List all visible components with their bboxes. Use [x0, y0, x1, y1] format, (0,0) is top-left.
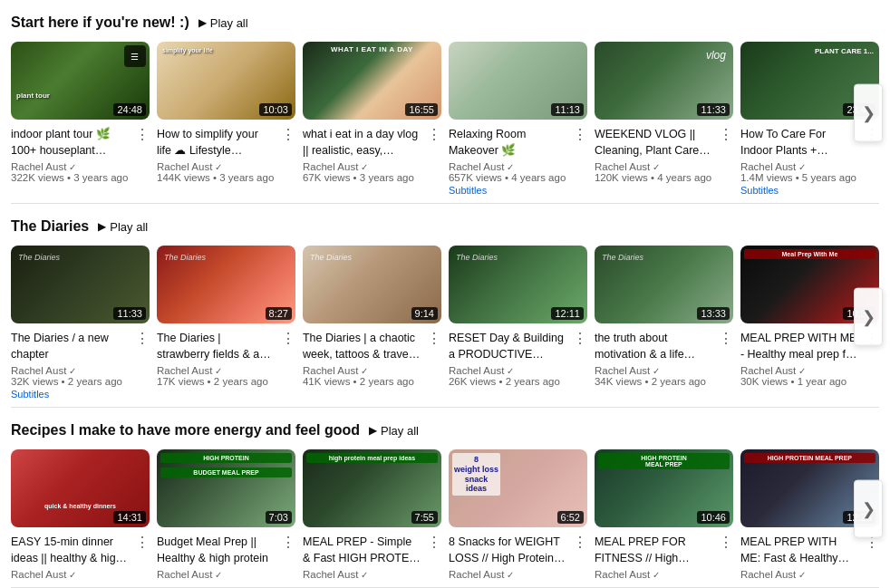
video-meta-recipes-2: MEAL PREP - Simple & Fast HIGH PROTEIN m… [303, 535, 421, 580]
thumbnail-start-here-2[interactable]: WHAT I EAT IN A DAY16:55 [303, 42, 441, 120]
channel-name-start-here-0[interactable]: Rachel Aust ✓ [11, 161, 130, 172]
video-title-start-here-0[interactable]: indoor plant tour 🌿 100+ houseplant coll… [11, 127, 130, 159]
more-options-the-diaries-0[interactable]: ⋮ [135, 332, 150, 400]
video-title-the-diaries-2[interactable]: The Diaries | a chaotic week, tattoos & … [303, 331, 421, 362]
more-options-recipes-2[interactable]: ⋮ [427, 535, 441, 580]
more-options-start-here-2[interactable]: ⋮ [427, 128, 441, 183]
video-meta-the-diaries-2: The Diaries | a chaotic week, tattoos & … [303, 331, 421, 387]
next-button-the-diaries[interactable]: ❯ [854, 288, 883, 346]
more-options-recipes-4[interactable]: ⋮ [719, 535, 733, 580]
channel-name-start-here-3[interactable]: Rachel Aust ✓ [449, 161, 567, 172]
channel-name-the-diaries-5[interactable]: Rachel Aust ✓ [740, 365, 859, 376]
play-all-icon-start-here: ▶ [198, 16, 207, 29]
video-card-recipes-0: quick & healthy dinners14:31EASY 15-min … [11, 449, 150, 580]
video-info-the-diaries-3: RESET Day & Building a PRODUCTIVE ROUTIN… [449, 331, 587, 387]
video-info-start-here-1: How to simplify your life ☁ Lifestyle De… [157, 127, 295, 183]
video-title-the-diaries-1[interactable]: The Diaries | strawberry fields & a stra… [157, 331, 276, 362]
channel-name-start-here-2[interactable]: Rachel Aust ✓ [303, 161, 421, 172]
channel-name-the-diaries-2[interactable]: Rachel Aust ✓ [303, 365, 421, 376]
thumbnail-start-here-1[interactable]: simplify your life10:03 [157, 42, 295, 120]
channel-name-the-diaries-1[interactable]: Rachel Aust ✓ [157, 365, 276, 376]
video-title-recipes-1[interactable]: Budget Meal Prep || Healthy & high prote… [157, 535, 276, 566]
more-options-recipes-3[interactable]: ⋮ [573, 535, 587, 580]
channel-name-the-diaries-0[interactable]: Rachel Aust ✓ [11, 365, 130, 376]
thumbnail-recipes-1[interactable]: HIGH PROTEINBUDGET MEAL PREP7:03 [157, 449, 295, 527]
channel-name-recipes-4[interactable]: Rachel Aust ✓ [595, 569, 713, 580]
play-all-button-the-diaries[interactable]: ▶ Play all [98, 220, 148, 234]
section-the-diaries: The Diaries ▶ Play all The Diaries11:33T… [0, 204, 890, 407]
video-meta-recipes-5: MEAL PREP WITH ME: Fast & Healthy High P… [740, 535, 859, 580]
video-info-recipes-2: MEAL PREP - Simple & Fast HIGH PROTEIN m… [303, 535, 441, 580]
more-options-start-here-1[interactable]: ⋮ [281, 128, 295, 183]
thumbnail-start-here-3[interactable]: 11:13 [449, 42, 587, 120]
verified-icon-recipes-2: ✓ [361, 570, 368, 580]
channel-name-start-here-4[interactable]: Rachel Aust ✓ [595, 161, 713, 172]
view-count-the-diaries-4: 34K views • 2 years ago [595, 376, 713, 387]
video-row-recipes: quick & healthy dinners14:31EASY 15-min … [11, 449, 879, 580]
thumbnail-recipes-4[interactable]: HIGH PROTEINMEAL PREP10:46 [595, 449, 733, 527]
more-options-the-diaries-2[interactable]: ⋮ [427, 332, 441, 387]
channel-name-recipes-3[interactable]: Rachel Aust ✓ [449, 569, 567, 580]
channel-name-the-diaries-4[interactable]: Rachel Aust ✓ [595, 365, 713, 376]
more-options-the-diaries-3[interactable]: ⋮ [573, 332, 587, 387]
verified-icon-the-diaries-1: ✓ [215, 366, 222, 376]
channel-name-start-here-5[interactable]: Rachel Aust ✓ [740, 161, 859, 172]
video-card-recipes-4: HIGH PROTEINMEAL PREP10:46MEAL PREP FOR … [595, 449, 733, 580]
video-title-recipes-4[interactable]: MEAL PREP FOR FITNESS // High Protein EA… [595, 535, 713, 566]
video-title-start-here-4[interactable]: WEEKEND VLOG || Cleaning, Plant Care, & … [595, 127, 713, 159]
thumbnail-recipes-3[interactable]: 8weight losssnackideas6:52 [449, 449, 587, 527]
video-title-start-here-3[interactable]: Relaxing Room Makeover 🌿 [449, 127, 567, 159]
verified-icon-recipes-3: ✓ [507, 570, 514, 580]
more-options-the-diaries-1[interactable]: ⋮ [281, 332, 295, 387]
next-button-recipes[interactable]: ❯ [854, 480, 883, 538]
more-options-start-here-4[interactable]: ⋮ [719, 128, 733, 183]
more-options-the-diaries-4[interactable]: ⋮ [719, 332, 733, 387]
channel-name-recipes-0[interactable]: Rachel Aust ✓ [11, 569, 130, 580]
more-options-start-here-3[interactable]: ⋮ [573, 128, 587, 196]
video-title-start-here-1[interactable]: How to simplify your life ☁ Lifestyle De… [157, 127, 276, 159]
more-options-recipes-1[interactable]: ⋮ [281, 535, 295, 580]
video-title-the-diaries-4[interactable]: the truth about motivation & a life upda… [595, 331, 713, 362]
video-meta-the-diaries-4: the truth about motivation & a life upda… [595, 331, 713, 387]
channel-name-recipes-2[interactable]: Rachel Aust ✓ [303, 569, 421, 580]
video-title-the-diaries-5[interactable]: MEAL PREP WITH ME - Healthy meal prep fo… [740, 331, 859, 362]
thumbnail-the-diaries-0[interactable]: The Diaries11:33 [11, 246, 150, 323]
thumbnail-the-diaries-1[interactable]: The Diaries8:27 [157, 246, 295, 323]
video-title-the-diaries-0[interactable]: The Diaries / a new chapter [11, 331, 130, 362]
channel-name-recipes-5[interactable]: Rachel Aust ✓ [740, 569, 859, 580]
video-title-recipes-2[interactable]: MEAL PREP - Simple & Fast HIGH PROTEIN m… [303, 535, 421, 566]
thumbnail-recipes-2[interactable]: high protein meal prep ideas7:55 [303, 449, 441, 527]
video-title-recipes-0[interactable]: EASY 15-min dinner ideas || healthy & hi… [11, 535, 130, 566]
thumbnail-the-diaries-2[interactable]: The Diaries9:14 [303, 246, 441, 323]
thumbnail-the-diaries-3[interactable]: The Diaries12:11 [449, 246, 587, 323]
video-card-start-here-2: WHAT I EAT IN A DAY16:55what i eat in a … [303, 42, 441, 196]
thumbnail-start-here-0[interactable]: plant tour24:48☰ [11, 42, 150, 120]
channel-name-start-here-1[interactable]: Rachel Aust ✓ [157, 161, 276, 172]
duration-badge-recipes-1: 7:03 [266, 511, 292, 524]
next-button-start-here[interactable]: ❯ [854, 84, 883, 142]
video-title-start-here-2[interactable]: what i eat in a day vlog || realistic, e… [303, 127, 421, 159]
verified-icon-start-here-0: ✓ [69, 162, 76, 172]
channel-name-recipes-1[interactable]: Rachel Aust ✓ [157, 569, 276, 580]
thumbnail-recipes-0[interactable]: quick & healthy dinners14:31 [11, 449, 150, 527]
video-title-the-diaries-3[interactable]: RESET Day & Building a PRODUCTIVE ROUTIN… [449, 331, 567, 362]
video-card-the-diaries-3: The Diaries12:11RESET Day & Building a P… [449, 246, 587, 400]
verified-icon-start-here-5: ✓ [798, 162, 806, 172]
section-header-recipes: Recipes I make to have more energy and f… [11, 422, 879, 439]
more-options-recipes-0[interactable]: ⋮ [135, 535, 150, 580]
view-count-start-here-4: 120K views • 4 years ago [595, 172, 713, 183]
section-start-here: Start here if you're new! :) ▶ Play all … [0, 0, 890, 203]
video-title-recipes-3[interactable]: 8 Snacks for WEIGHT LOSS // High Protein… [449, 535, 567, 566]
more-options-start-here-0[interactable]: ⋮ [135, 128, 150, 183]
video-title-recipes-5[interactable]: MEAL PREP WITH ME: Fast & Healthy High P… [740, 535, 859, 566]
duration-badge-the-diaries-4: 13:33 [697, 307, 730, 320]
play-all-button-start-here[interactable]: ▶ Play all [198, 16, 248, 30]
thumbnail-the-diaries-4[interactable]: The Diaries13:33 [595, 246, 733, 323]
play-all-button-recipes[interactable]: ▶ Play all [369, 424, 419, 438]
channel-name-the-diaries-3[interactable]: Rachel Aust ✓ [449, 365, 567, 376]
thumbnail-start-here-4[interactable]: vlog11:33 [595, 42, 733, 120]
video-meta-the-diaries-5: MEAL PREP WITH ME - Healthy meal prep fo… [740, 331, 859, 387]
more-options-recipes-5[interactable]: ⋮ [865, 535, 879, 580]
view-count-the-diaries-2: 41K views • 2 years ago [303, 376, 421, 387]
video-title-start-here-5[interactable]: How To Care For Indoor Plants + GREENIFY… [740, 127, 859, 159]
